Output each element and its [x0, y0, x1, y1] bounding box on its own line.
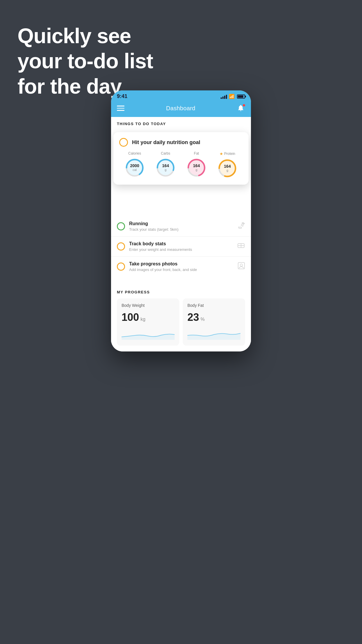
status-icons: 📶: [221, 94, 245, 99]
nutrition-check-circle[interactable]: [119, 138, 128, 147]
nutrition-label-carbs: Carbs: [161, 151, 170, 155]
status-bar: 9:41 📶: [111, 90, 251, 101]
body-stats-title: Track body stats: [129, 241, 233, 246]
nutrition-label-calories: Calories: [128, 151, 141, 155]
nutrition-value-protein: 164: [224, 164, 231, 169]
nutrition-card-header: Hit your daily nutrition goal: [119, 138, 243, 147]
todo-item-body-stats[interactable]: Track body stats Enter your weight and m…: [111, 237, 251, 257]
headline-line2: your to-do list: [17, 48, 153, 74]
body-stats-icon: [237, 242, 245, 251]
body-weight-number: 100: [122, 311, 139, 323]
headline: Quickly see your to-do list for the day.: [17, 23, 153, 99]
nutrition-unit-carbs: g: [162, 168, 169, 172]
body-weight-chart: [122, 328, 175, 340]
running-icon: [237, 222, 245, 230]
progress-cards: Body Weight 100 kg Body Fat 2: [117, 298, 245, 351]
running-text: Running Track your stats (target: 5km): [129, 221, 233, 232]
nutrition-card-title: Hit your daily nutrition goal: [132, 139, 200, 146]
nutrition-value-fat: 164: [193, 164, 200, 168]
content-spacer: [111, 276, 251, 285]
nutrition-unit-protein: g: [224, 169, 231, 172]
body-fat-chart: [187, 328, 240, 340]
photos-icon: [238, 262, 245, 271]
nutrition-item-fat: Fat 164 g: [186, 151, 207, 178]
status-time: 9:41: [117, 93, 127, 99]
nutrition-unit-calories: cal: [130, 168, 139, 172]
battery-icon: [237, 94, 245, 99]
body-fat-card[interactable]: Body Fat 23 %: [183, 298, 245, 346]
photos-title: Take progress photos: [129, 261, 233, 267]
phone-mockup: 9:41 📶 Dashboard: [111, 90, 251, 351]
body-fat-value-row: 23 %: [187, 311, 240, 323]
body-stats-check[interactable]: [117, 242, 125, 251]
nutrition-value-carbs: 164: [162, 164, 169, 168]
body-fat-number: 23: [187, 311, 199, 323]
body-weight-value-row: 100 kg: [122, 311, 175, 323]
todo-item-photos[interactable]: Take progress photos Add images of your …: [111, 257, 251, 276]
app-content: THINGS TO DO TODAY Hit your daily nutrit…: [111, 117, 251, 351]
body-weight-card[interactable]: Body Weight 100 kg: [117, 298, 179, 346]
running-subtitle: Track your stats (target: 5km): [129, 227, 233, 232]
running-title: Running: [129, 221, 233, 226]
things-to-do-header: THINGS TO DO TODAY: [111, 117, 251, 129]
body-fat-title: Body Fat: [187, 303, 240, 308]
photos-text: Take progress photos Add images of your …: [129, 261, 233, 272]
star-icon: ★: [219, 151, 223, 156]
svg-point-12: [242, 223, 244, 224]
body-weight-title: Body Weight: [122, 303, 175, 308]
app-header: Dashboard: [111, 101, 251, 117]
headline-line1: Quickly see: [17, 23, 153, 48]
nutrition-row: Calories 2000 cal Carbs 164 g Fat: [119, 151, 243, 179]
wifi-icon: 📶: [229, 94, 235, 99]
header-title: Dashboard: [166, 105, 196, 112]
nutrition-unit-fat: g: [193, 168, 200, 172]
body-fat-unit: %: [201, 317, 205, 322]
photos-check[interactable]: [117, 262, 125, 271]
nutrition-label-protein: Protein: [224, 152, 235, 156]
phone-screen: 9:41 📶 Dashboard: [111, 90, 251, 351]
progress-section-header: MY PROGRESS: [117, 290, 245, 294]
nutrition-item-protein: ★Protein 164 g: [217, 151, 238, 179]
svg-point-17: [240, 264, 242, 266]
body-stats-subtitle: Enter your weight and measurements: [129, 247, 233, 252]
nutrition-item-calories: Calories 2000 cal: [124, 151, 145, 178]
running-check[interactable]: [117, 222, 125, 230]
nutrition-card: Hit your daily nutrition goal Calories 2…: [113, 132, 249, 185]
nutrition-circle-calories: 2000 cal: [124, 157, 145, 178]
nutrition-circle-protein: 164 g: [217, 158, 238, 179]
menu-button[interactable]: [117, 106, 124, 111]
nutrition-item-carbs: Carbs 164 g: [155, 151, 176, 178]
body-weight-unit: kg: [140, 317, 145, 322]
notification-button[interactable]: [237, 104, 245, 112]
notification-dot: [243, 104, 245, 106]
signal-icon: [221, 94, 227, 99]
todo-item-running[interactable]: Running Track your stats (target: 5km): [111, 216, 251, 237]
my-progress-section: MY PROGRESS Body Weight 100 kg: [111, 285, 251, 351]
nutrition-value-calories: 2000: [130, 164, 139, 168]
photos-subtitle: Add images of your front, back, and side: [129, 267, 233, 272]
nutrition-circle-fat: 164 g: [186, 157, 207, 178]
nutrition-label-fat: Fat: [194, 151, 199, 155]
nutrition-circle-carbs: 164 g: [155, 157, 176, 178]
body-stats-text: Track body stats Enter your weight and m…: [129, 241, 233, 252]
